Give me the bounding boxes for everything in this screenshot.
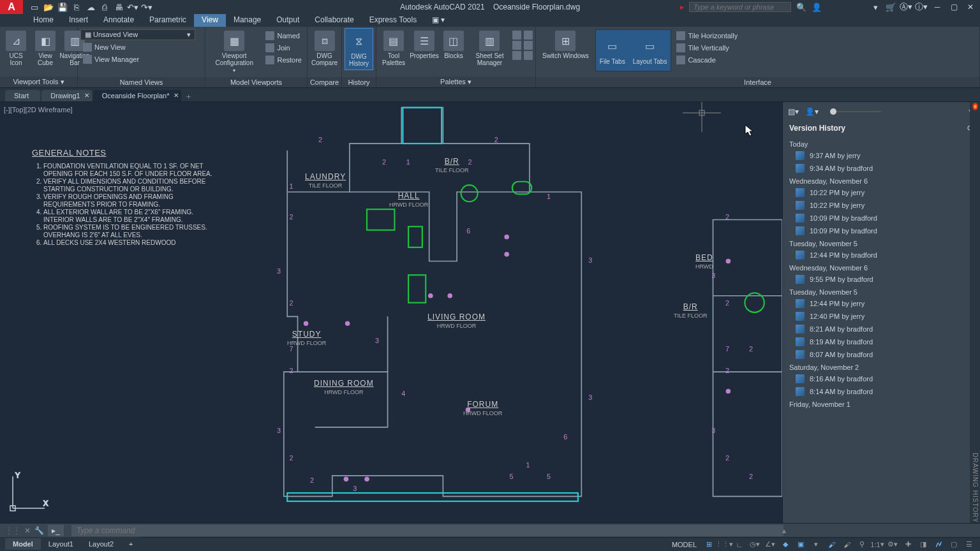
scale-label[interactable]: 1:1▾ [870, 539, 884, 550]
app-logo[interactable]: A [0, 0, 23, 14]
vp-prop-icon[interactable]: 🏮 [970, 102, 980, 111]
qat-print-icon[interactable]: 🖶 [114, 2, 124, 12]
vp-item[interactable]: 8:07 AM by bradford [783, 348, 980, 361]
cmd-handle-icon[interactable]: ⋮⋮ [5, 526, 20, 535]
maximize-button[interactable]: ▢ [948, 3, 960, 11]
layout-tabs-button[interactable]: ▭Layout Tabs [629, 30, 671, 71]
blocks-button[interactable]: ◫Blocks [440, 28, 467, 62]
cmd-config-icon[interactable]: 🔧 [34, 526, 44, 535]
clean-icon[interactable]: ▢ [947, 539, 961, 550]
properties-button[interactable]: ☰Properties [411, 28, 438, 62]
qat-redo-icon[interactable]: ↷▾ [142, 2, 152, 12]
vp-sidebar[interactable]: 🏮 DRAWING HISTORY [970, 102, 980, 523]
palette-small-icon[interactable] [524, 31, 533, 40]
vp-item[interactable]: 12:44 PM by bradford [783, 249, 980, 261]
drawing-canvas[interactable]: [-][Top][2D Wireframe] GENERAL NOTES FOU… [0, 102, 782, 523]
vp-view-icon[interactable]: ▤▾ [788, 107, 799, 116]
qat-open-icon[interactable]: 📂 [43, 2, 54, 12]
vp-item[interactable]: 8:21 AM by bradford [783, 323, 980, 335]
snap-icon[interactable]: ⋮⋮▾ [717, 539, 731, 550]
palette-small-icon[interactable] [524, 41, 533, 50]
annomon-icon[interactable]: ⚲ [855, 539, 869, 550]
help-icon[interactable]: ⓘ▾ [916, 2, 926, 12]
cmd-history-icon[interactable]: ▴ [782, 526, 786, 535]
vp-item[interactable]: 8:19 AM by bradford [783, 335, 980, 348]
vp-item[interactable]: 9:37 AM by jerry [783, 149, 980, 162]
file-tabs-button[interactable]: ▭File Tabs [596, 30, 629, 71]
qat-new-icon[interactable]: ▭ [29, 2, 40, 12]
vp-slider[interactable] [830, 111, 881, 112]
vp-item[interactable]: 12:44 PM by jerry [783, 297, 980, 310]
grid-icon[interactable]: ⊞ [702, 539, 716, 550]
polar-icon[interactable]: ◷▾ [748, 539, 762, 550]
close-button[interactable]: ✕ [965, 3, 976, 11]
osnap-icon[interactable]: ◆ [778, 539, 792, 550]
iso-icon[interactable]: ◨ [916, 539, 930, 550]
qat-save-icon[interactable]: 💾 [57, 2, 68, 12]
hwaccel-icon[interactable]: 🗲 [932, 539, 946, 550]
switch-windows-button[interactable]: ⊞Switch Windows [538, 28, 593, 62]
layout-tab[interactable]: Layout1 [41, 538, 81, 550]
search-icon[interactable]: 🔍 [796, 2, 806, 12]
tile-v-button[interactable]: Tile Vertically [674, 43, 740, 53]
minimize-button[interactable]: ─ [932, 3, 943, 11]
vp-item[interactable]: 12:40 PM by jerry [783, 310, 980, 323]
vp-item[interactable]: 8:14 AM by bradford [783, 385, 980, 398]
dwg-compare-button[interactable]: ⧈DWG Compare [310, 28, 339, 69]
palette-small-icon[interactable] [512, 31, 521, 40]
tile-h-button[interactable]: Tile Horizontally [674, 31, 740, 41]
cascade-button[interactable]: Cascade [674, 55, 740, 65]
otrack-icon[interactable]: ▣ [794, 539, 808, 550]
menu-tab-view[interactable]: View [194, 14, 226, 27]
vp-restore-button[interactable]: Restore [263, 55, 304, 65]
add-layout-button[interactable]: + [121, 538, 140, 550]
ucs-icon-button[interactable]: ⊿UCS Icon [3, 28, 29, 69]
cycle-icon[interactable]: 🖌 [840, 539, 854, 550]
menu-tab-extra[interactable]: ▣ ▾ [424, 14, 452, 27]
dwg-history-button[interactable]: ⧖DWG History [345, 28, 373, 70]
doc-tab[interactable]: Start [5, 90, 40, 101]
panel-title[interactable]: Viewport Tools ▾ [0, 77, 77, 87]
search-play-icon[interactable]: ▸ [680, 3, 684, 11]
custom-icon[interactable]: ☰ [962, 539, 976, 550]
view-manager-button[interactable]: View Manager [80, 54, 142, 64]
menu-tab-parametric[interactable]: Parametric [142, 14, 194, 27]
status-model[interactable]: MODEL [668, 541, 701, 548]
view-cube-button[interactable]: ◧View Cube [32, 28, 59, 69]
qat-saveall-icon[interactable]: ⎘ [71, 2, 82, 12]
ortho-icon[interactable]: ∟ [732, 539, 746, 550]
new-tab-button[interactable]: + [182, 92, 195, 101]
layout-tab[interactable]: Model [5, 538, 41, 550]
vp-user-icon[interactable]: 👤▾ [805, 107, 819, 116]
cart-icon[interactable]: ▾ [870, 2, 880, 12]
vp-item[interactable]: 10:22 PM by jerry [783, 199, 980, 212]
menu-tab-output[interactable]: Output [269, 14, 307, 27]
layout-tab[interactable]: Layout2 [81, 538, 121, 550]
viewport-config-button[interactable]: ▦Viewport Configuration▾ [208, 28, 260, 76]
qat-undo-icon[interactable]: ↶▾ [128, 2, 138, 12]
doc-tab[interactable]: Drawing1✕ [41, 90, 91, 101]
menu-tab-home[interactable]: Home [26, 14, 61, 27]
iso-icon[interactable]: ∠▾ [763, 539, 777, 550]
panel-title[interactable]: Palettes ▾ [376, 77, 535, 87]
new-view-button[interactable]: New View [80, 42, 128, 52]
palette-small-icon[interactable] [512, 41, 521, 50]
plus-icon[interactable]: ✚ [901, 539, 915, 550]
vp-item[interactable]: 9:55 PM by bradford [783, 273, 980, 286]
menu-tab-collaborate[interactable]: Collaborate [307, 14, 361, 27]
vp-list[interactable]: Today9:37 AM by jerry9:34 AM by bradford… [783, 135, 980, 523]
sheet-set-button[interactable]: ▥Sheet Set Manager [470, 28, 510, 69]
ucs-icon[interactable]: Y X [6, 470, 51, 517]
tab-close-icon[interactable]: ✕ [84, 92, 89, 99]
vp-item[interactable]: 10:22 PM by jerry [783, 186, 980, 199]
qat-plot-icon[interactable]: ⎙ [100, 2, 110, 12]
app-menu-icon[interactable]: Ⓐ▾ [901, 2, 911, 12]
vp-item[interactable]: 9:34 AM by bradford [783, 162, 980, 175]
qat-cloud-icon[interactable]: ☁ [85, 2, 96, 12]
menu-tab-express tools[interactable]: Express Tools [362, 14, 424, 27]
palette-small-icon[interactable] [512, 51, 521, 60]
menu-tab-manage[interactable]: Manage [226, 14, 269, 27]
palette-small-icon[interactable] [524, 51, 533, 60]
command-input[interactable] [71, 525, 783, 536]
user-icon[interactable]: 👤 [812, 2, 822, 12]
